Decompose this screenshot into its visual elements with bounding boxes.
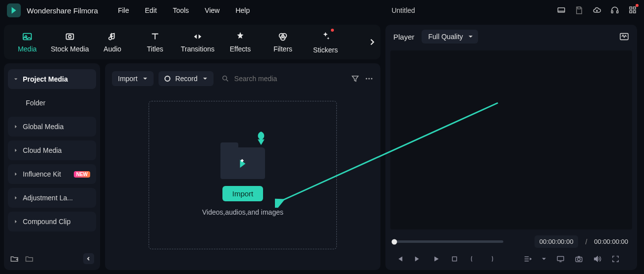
fullscreen-icon[interactable] bbox=[611, 255, 620, 263]
player-panel: Player Full Quality 00:00:00:00 / 00:00:… bbox=[385, 25, 637, 270]
player-scrubber: 00:00:00:00 / 00:00:00:00 bbox=[385, 231, 637, 252]
svg-rect-6 bbox=[630, 10, 632, 13]
titles-icon bbox=[150, 31, 161, 42]
tab-strip: Media Stock Media Audio Titles Transitio… bbox=[4, 25, 380, 59]
more-icon[interactable] bbox=[365, 74, 374, 83]
search-icon bbox=[221, 75, 229, 83]
media-panel: Import Record bbox=[105, 63, 380, 270]
tab-stock-media[interactable]: Stock Media bbox=[49, 31, 91, 53]
new-badge: NEW bbox=[74, 171, 90, 178]
caret-right-icon bbox=[14, 125, 18, 129]
scrub-thumb[interactable] bbox=[392, 239, 397, 244]
sidebar-item-global-media[interactable]: Global Media bbox=[8, 117, 96, 137]
waveform-icon[interactable] bbox=[619, 33, 629, 41]
caret-right-icon bbox=[14, 196, 18, 200]
notification-dot bbox=[331, 29, 334, 32]
sidebar-item-compound-clip[interactable]: Compound Clip bbox=[8, 212, 96, 231]
support-icon[interactable] bbox=[610, 6, 619, 15]
dropzone-graphic bbox=[215, 135, 270, 179]
sidebar-item-label: Cloud Media bbox=[23, 146, 90, 154]
sidebar-item-label: Adjustment La... bbox=[23, 194, 90, 202]
player-header: Player Full Quality bbox=[385, 25, 637, 48]
sidebar-item-project-media[interactable]: Project Media bbox=[8, 69, 96, 89]
audio-icon bbox=[107, 31, 118, 42]
import-dropdown[interactable]: Import bbox=[112, 71, 154, 86]
chevron-down-icon bbox=[143, 76, 148, 81]
tab-media-label: Media bbox=[18, 45, 37, 53]
sidebar-item-cloud-media[interactable]: Cloud Media bbox=[8, 140, 96, 160]
new-folder-icon[interactable] bbox=[10, 254, 19, 263]
quality-dropdown[interactable]: Full Quality bbox=[422, 30, 478, 44]
caret-right-icon bbox=[14, 220, 18, 224]
caret-right-icon bbox=[14, 148, 18, 152]
scrub-track[interactable] bbox=[394, 240, 503, 243]
chevron-down-icon[interactable] bbox=[541, 255, 546, 263]
transitions-icon bbox=[192, 31, 203, 42]
snapshot-list-icon[interactable] bbox=[523, 255, 532, 263]
sidebar-item-adjustment-layer[interactable]: Adjustment La... bbox=[8, 188, 96, 208]
import-label: Import bbox=[118, 75, 138, 83]
titlebar: Wondershare Filmora File Edit Tools View… bbox=[0, 0, 644, 21]
media-toolbar: Import Record bbox=[112, 70, 374, 87]
app-title: Wondershare Filmora bbox=[27, 6, 98, 15]
svg-rect-4 bbox=[630, 7, 632, 9]
import-button[interactable]: Import bbox=[222, 186, 264, 201]
effects-icon bbox=[235, 31, 246, 42]
display-icon[interactable] bbox=[557, 6, 566, 15]
tab-filters[interactable]: Filters bbox=[262, 31, 304, 53]
sidebar-item-label: Folder bbox=[26, 99, 90, 107]
mark-out-icon[interactable] bbox=[487, 255, 495, 263]
svg-rect-21 bbox=[452, 257, 457, 261]
sidebar: Project Media Folder Global Media Cloud … bbox=[4, 63, 100, 270]
tab-effects-label: Effects bbox=[230, 45, 251, 53]
display-icon[interactable] bbox=[556, 255, 565, 263]
tab-transitions[interactable]: Transitions bbox=[176, 31, 219, 53]
menu-tools[interactable]: Tools bbox=[173, 6, 189, 14]
timecode-current: 00:00:00:00 bbox=[535, 235, 579, 248]
mark-in-icon[interactable] bbox=[469, 255, 477, 263]
tab-stickers[interactable]: Stickers bbox=[304, 31, 347, 54]
filter-icon[interactable] bbox=[351, 74, 360, 83]
filmora-logo-icon bbox=[237, 158, 248, 169]
sidebar-item-label: Compound Clip bbox=[23, 218, 90, 226]
caret-down-icon bbox=[14, 77, 18, 81]
record-label: Record bbox=[175, 75, 198, 83]
tab-stickers-label: Stickers bbox=[313, 46, 338, 54]
folder-icon[interactable] bbox=[25, 254, 34, 263]
stop-icon[interactable] bbox=[450, 255, 459, 263]
svg-rect-0 bbox=[558, 8, 565, 12]
volume-icon[interactable] bbox=[593, 255, 601, 263]
play-icon[interactable] bbox=[432, 255, 440, 263]
stock-media-icon bbox=[64, 31, 75, 42]
tab-media[interactable]: Media bbox=[6, 31, 49, 53]
sidebar-item-folder[interactable]: Folder bbox=[8, 93, 96, 113]
record-dropdown[interactable]: Record bbox=[159, 71, 214, 86]
tabs-more-icon[interactable] bbox=[368, 38, 376, 46]
menu-file[interactable]: File bbox=[118, 6, 129, 14]
quality-label: Full Quality bbox=[429, 33, 463, 41]
sidebar-item-label: Global Media bbox=[23, 123, 90, 131]
timecode-separator: / bbox=[585, 238, 587, 246]
tab-audio-label: Audio bbox=[104, 45, 121, 53]
menu-edit[interactable]: Edit bbox=[145, 6, 157, 14]
tab-titles[interactable]: Titles bbox=[134, 31, 176, 53]
save-icon[interactable] bbox=[575, 6, 584, 15]
search-input[interactable] bbox=[234, 75, 314, 83]
tab-effects[interactable]: Effects bbox=[219, 31, 262, 53]
svg-rect-5 bbox=[634, 7, 636, 9]
import-dropzone[interactable]: Import Videos,audios,and images bbox=[149, 101, 337, 249]
prev-frame-icon[interactable] bbox=[395, 255, 404, 263]
svg-point-24 bbox=[578, 258, 581, 261]
notification-dot bbox=[636, 4, 639, 7]
camera-icon[interactable] bbox=[575, 255, 583, 263]
chevron-down-icon bbox=[203, 76, 208, 81]
cloud-icon[interactable] bbox=[592, 6, 601, 15]
menu-view[interactable]: View bbox=[205, 6, 219, 14]
next-frame-icon[interactable] bbox=[414, 255, 422, 263]
svg-rect-7 bbox=[634, 10, 636, 13]
sidebar-item-influence-kit[interactable]: Influence Kit NEW bbox=[8, 164, 96, 184]
tab-audio[interactable]: Audio bbox=[91, 31, 134, 53]
collapse-sidebar-button[interactable] bbox=[83, 253, 94, 264]
svg-point-18 bbox=[371, 78, 373, 80]
menu-help[interactable]: Help bbox=[235, 6, 250, 14]
